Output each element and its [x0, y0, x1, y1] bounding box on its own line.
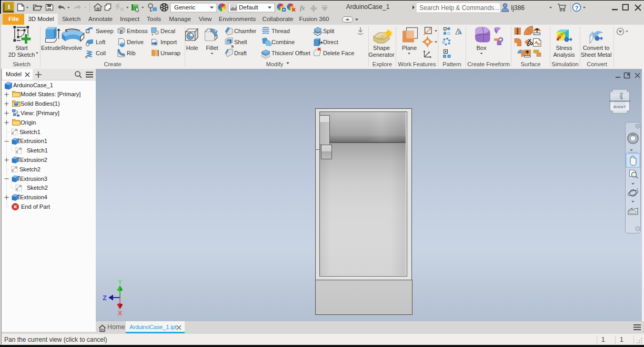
svg-text:RIGHT: RIGHT — [613, 105, 626, 109]
svg-text:Z: Z — [103, 294, 107, 302]
svg-text:TOP: TOP — [619, 92, 623, 100]
svg-text:?: ? — [575, 5, 579, 11]
svg-text:Search Help & Commands...: Search Help & Commands... — [419, 4, 499, 12]
svg-text:Default: Default — [239, 4, 258, 11]
svg-text:I: I — [7, 3, 10, 11]
svg-text:Ij386: Ij386 — [511, 4, 525, 12]
svg-text:fx: fx — [300, 4, 305, 12]
svg-text:ArduinoCase_1: ArduinoCase_1 — [346, 3, 390, 11]
svg-text:X: X — [118, 309, 123, 317]
svg-text:Generic: Generic — [174, 4, 196, 11]
svg-text:Y: Y — [118, 279, 123, 286]
svg-text:E: E — [120, 29, 124, 35]
